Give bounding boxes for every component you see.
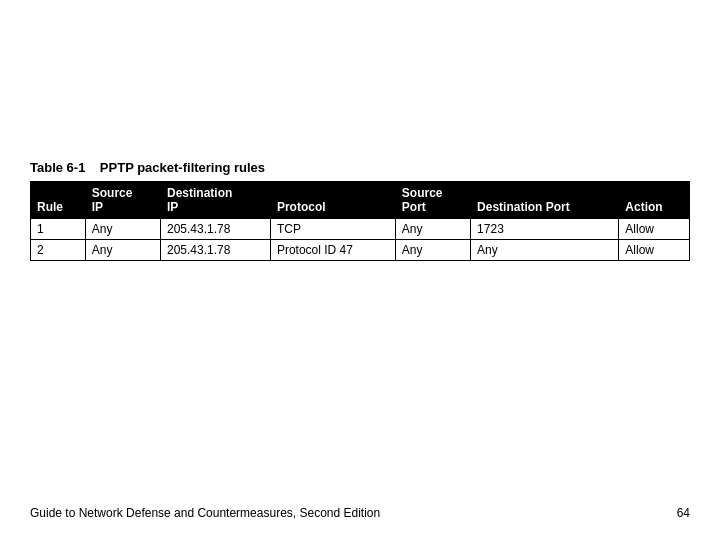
col-header-destination-port: Destination Port (471, 182, 619, 219)
cell-protocol-1: Protocol ID 47 (270, 240, 395, 261)
footer-text: Guide to Network Defense and Countermeas… (30, 506, 380, 520)
cell-rule-0: 1 (31, 219, 86, 240)
col-header-protocol: Protocol (270, 182, 395, 219)
cell-rule-1: 2 (31, 240, 86, 261)
col-header-source-ip: SourceIP (85, 182, 160, 219)
cell-action-1: Allow (619, 240, 690, 261)
data-table: Rule SourceIP DestinationIP Protocol Sou… (30, 181, 690, 261)
cell-action-0: Allow (619, 219, 690, 240)
table-title: PPTP packet-filtering rules (100, 160, 265, 175)
table-header-row: Rule SourceIP DestinationIP Protocol Sou… (31, 182, 690, 219)
col-header-rule: Rule (31, 182, 86, 219)
col-header-action: Action (619, 182, 690, 219)
cell-source_ip-0: Any (85, 219, 160, 240)
cell-destination_port-1: Any (471, 240, 619, 261)
footer-page: 64 (677, 506, 690, 520)
footer: Guide to Network Defense and Countermeas… (30, 506, 690, 520)
cell-destination_port-0: 1723 (471, 219, 619, 240)
cell-protocol-0: TCP (270, 219, 395, 240)
col-header-destination-ip: DestinationIP (161, 182, 271, 219)
cell-destination_ip-0: 205.43.1.78 (161, 219, 271, 240)
cell-source_port-1: Any (395, 240, 470, 261)
table-label: Table 6-1 (30, 160, 85, 175)
table-caption: Table 6-1 PPTP packet-filtering rules (30, 160, 690, 175)
table-row: 1Any205.43.1.78TCPAny1723Allow (31, 219, 690, 240)
cell-source_port-0: Any (395, 219, 470, 240)
table-row: 2Any205.43.1.78Protocol ID 47AnyAnyAllow (31, 240, 690, 261)
cell-source_ip-1: Any (85, 240, 160, 261)
col-header-source-port: SourcePort (395, 182, 470, 219)
cell-destination_ip-1: 205.43.1.78 (161, 240, 271, 261)
page-container: Table 6-1 PPTP packet-filtering rules Ru… (0, 0, 720, 540)
